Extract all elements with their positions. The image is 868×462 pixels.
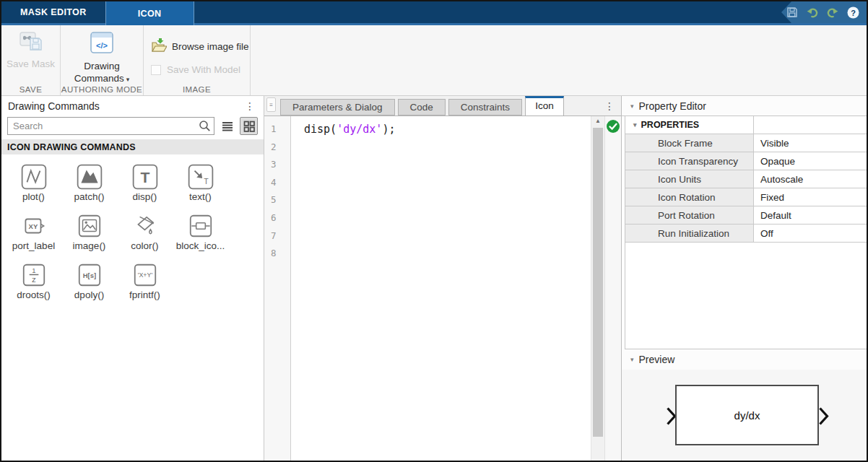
section-label-image: IMAGE [144, 85, 250, 94]
svg-text:</>: </> [96, 41, 108, 50]
drawing-commands-panel: Drawing Commands ⋮ [1, 96, 264, 461]
collapse-triangle-icon: ▾ [630, 103, 634, 110]
command-block-icon[interactable]: block_ico... [173, 212, 228, 251]
code-line-1: disp('dy/dx'); [304, 121, 591, 139]
preview-canvas: dy/dx [622, 370, 867, 461]
redo-icon[interactable] [826, 6, 839, 19]
undo-icon[interactable] [806, 6, 819, 19]
dropdown-caret-icon: ▾ [126, 76, 130, 83]
save-with-model-checkbox[interactable] [151, 65, 161, 75]
grid-view-icon [243, 121, 255, 132]
save-mask-label: Save Mask [6, 58, 55, 69]
editor-tabbar: ≡ Parameters & Dialog Code Constraints I… [264, 96, 621, 116]
tabbar-menu-icon[interactable]: ⋮ [604, 101, 615, 111]
save-icon[interactable] [786, 6, 799, 19]
save-with-model-checkbox-row: Save With Model [151, 64, 240, 75]
mask-editor-window: MASK EDITOR ICON [0, 0, 868, 462]
svg-text:1: 1 [32, 266, 35, 274]
vertical-scrollbar[interactable]: ▲ [591, 116, 604, 461]
property-value[interactable]: Off [754, 225, 867, 243]
property-row-run-initialization: Run Initialization Off [625, 225, 867, 243]
property-editor-header[interactable]: ▾ Property Editor [622, 96, 867, 116]
tab-grip-icon[interactable]: ≡ [266, 97, 276, 112]
tab-code[interactable]: Code [398, 99, 446, 116]
command-fprintf[interactable]: 'X+Y' fprintf() [117, 261, 173, 300]
command-patch[interactable]: patch() [61, 163, 117, 202]
code-status-gutter [604, 116, 621, 461]
drawing-commands-panel-title: Drawing Commands [8, 100, 100, 112]
property-value[interactable]: Fixed [754, 188, 867, 206]
drawing-commands-dropdown-button[interactable]: </> Drawing Commands▾ [74, 31, 130, 86]
save-mask-button[interactable]: Save Mask [6, 31, 55, 69]
save-mask-icon [17, 31, 45, 56]
tab-mask-editor[interactable]: MASK EDITOR [1, 1, 105, 23]
property-table: ▾ PROPERTIES Block Frame Visible Icon Tr… [625, 116, 867, 243]
text-icon: T [187, 163, 214, 191]
preview-block-label: dy/dx [734, 409, 760, 422]
dpoly-icon: H[s] [76, 261, 103, 289]
property-value[interactable]: Autoscale [754, 170, 867, 188]
code-editor[interactable]: disp('dy/dx'); [291, 116, 591, 461]
property-row-icon-rotation: Icon Rotation Fixed [625, 188, 867, 206]
command-image[interactable]: image() [61, 212, 117, 251]
preview-title: Preview [639, 354, 675, 365]
tab-constraints[interactable]: Constraints [448, 99, 522, 116]
property-value[interactable]: Opaque [754, 152, 867, 170]
plot-icon [20, 163, 48, 191]
output-port-icon [818, 406, 829, 429]
properties-group-row[interactable]: ▾ PROPERTIES [625, 116, 867, 134]
properties-group-label: PROPERTIES [641, 120, 700, 130]
property-editor-title: Property Editor [639, 100, 706, 112]
image-icon [76, 212, 103, 240]
search-input[interactable] [7, 117, 214, 135]
search-icon [199, 120, 211, 135]
browse-image-file-label: Browse image file [172, 41, 249, 52]
icon-code-editor-panel: ≡ Parameters & Dialog Code Constraints I… [264, 96, 621, 461]
browse-image-file-button[interactable]: Browse image file [151, 38, 249, 55]
line-number-gutter: 1 2 3 4 5 6 7 8 [264, 116, 291, 461]
ribbon-section-authoring-mode: </> Drawing Commands▾ AUTHORING MODE [61, 25, 144, 95]
command-disp[interactable]: T disp() [117, 163, 173, 202]
command-color[interactable]: color() [117, 212, 173, 251]
help-icon[interactable]: ? [846, 6, 859, 19]
command-plot[interactable]: plot() [6, 163, 61, 202]
collapse-triangle-icon: ▾ [633, 121, 637, 128]
command-text[interactable]: T text() [173, 163, 228, 202]
patch-icon [76, 163, 103, 191]
list-view-icon [222, 121, 233, 131]
svg-text:'X+Y': 'X+Y' [137, 271, 152, 279]
property-value[interactable]: Visible [754, 134, 867, 152]
drawing-commands-label: Drawing Commands▾ [74, 60, 130, 86]
panel-menu-icon[interactable]: ⋮ [245, 101, 255, 111]
svg-text:T: T [140, 169, 149, 186]
property-row-block-frame: Block Frame Visible [625, 134, 867, 152]
ribbon: Save Mask SAVE </> Drawing Commands▾ AUT [1, 25, 867, 96]
list-view-button[interactable] [218, 117, 236, 135]
tab-icon[interactable]: ICON [105, 1, 194, 25]
disp-icon: T [131, 163, 159, 191]
svg-text:z: z [32, 274, 36, 284]
property-row-port-rotation: Port Rotation Default [625, 206, 867, 225]
tab-icon-editor[interactable]: Icon [525, 96, 564, 116]
property-value[interactable]: Default [754, 206, 867, 225]
command-droots[interactable]: 1 z droots() [6, 261, 61, 300]
help-glyph: ? [851, 8, 856, 17]
command-port-label[interactable]: XY port_label [6, 212, 61, 251]
command-grid: plot() patch() T disp() [1, 154, 264, 300]
svg-text:H[s]: H[s] [82, 271, 95, 279]
preview-header[interactable]: ▾ Preview [622, 349, 867, 370]
grid-view-button[interactable] [240, 117, 258, 135]
droots-icon: 1 z [20, 261, 48, 289]
scroll-up-icon[interactable]: ▲ [591, 118, 604, 124]
scrollbar-thumb[interactable] [593, 128, 603, 437]
fprintf-icon: 'X+Y' [131, 261, 159, 289]
tab-parameters-dialog[interactable]: Parameters & Dialog [280, 99, 395, 116]
save-with-model-label: Save With Model [167, 64, 240, 75]
property-row-icon-transparency: Icon Transparency Opaque [625, 152, 867, 170]
command-dpoly[interactable]: H[s] dpoly() [61, 261, 117, 300]
browse-folder-icon [151, 38, 167, 55]
drawing-commands-icon: </> [90, 31, 114, 57]
section-label-save: SAVE [1, 85, 60, 94]
port-label-icon: XY [20, 212, 48, 240]
property-editor-panel: ▾ Property Editor ▾ PROPERTIES Block Fra… [621, 96, 867, 461]
